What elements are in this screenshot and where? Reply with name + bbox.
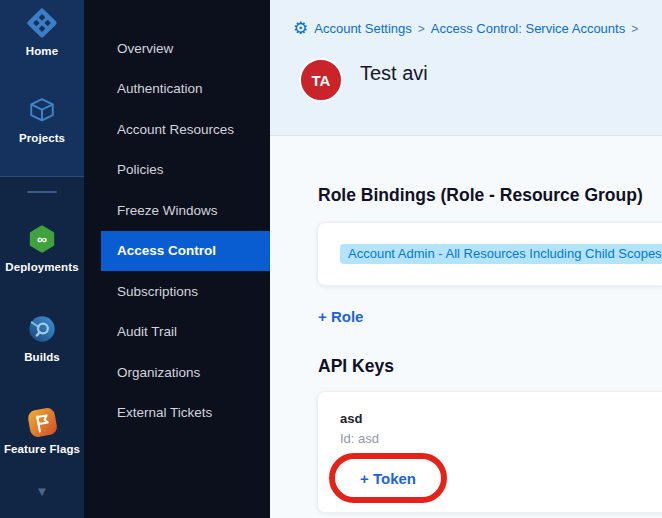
module-projects-label: Projects [0, 132, 84, 144]
sidebar-item-freeze-windows[interactable]: Freeze Windows [84, 190, 270, 231]
module-home-label: Home [0, 45, 84, 57]
sidebar-item-access-control[interactable]: Access Control [101, 231, 270, 272]
sidebar-item-organizations[interactable]: Organizations [84, 352, 270, 393]
add-token-button[interactable]: + Token [360, 470, 416, 487]
role-binding-tags: Account Admin - All Resources Including … [318, 223, 662, 264]
service-account-name: Test avi [360, 62, 428, 85]
module-feature-flags[interactable]: Feature Flags [0, 407, 84, 455]
rail-expand-chevron-down-icon[interactable]: ▼ [0, 484, 84, 499]
settings-sidebar: Overview Authentication Account Resource… [84, 0, 270, 518]
builds-icon [27, 314, 57, 346]
api-key-card: asd Id: asd + Token [317, 391, 662, 513]
main-content: ⚙ Account Settings > Access Control: Ser… [270, 0, 662, 518]
gear-icon: ⚙ [293, 22, 308, 36]
svg-text:∞: ∞ [37, 231, 47, 247]
module-deployments-label: Deployments [0, 261, 84, 273]
home-icon [27, 8, 57, 40]
projects-icon [27, 95, 57, 127]
sidebar-item-external-tickets[interactable]: External Tickets [84, 393, 270, 434]
api-key-id: Id: asd [340, 431, 379, 446]
sidebar-item-audit-trail[interactable]: Audit Trail [84, 312, 270, 353]
module-home[interactable]: Home [0, 8, 84, 57]
sidebar-item-authentication[interactable]: Authentication [84, 69, 270, 110]
module-builds-label: Builds [0, 351, 84, 363]
avatar: TA [299, 58, 343, 102]
api-keys-heading: API Keys [318, 356, 394, 377]
breadcrumb-account-settings[interactable]: Account Settings [314, 21, 412, 36]
chevron-right-separator: > [418, 22, 425, 36]
feature-flags-icon [26, 407, 57, 438]
sidebar-item-account-resources[interactable]: Account Resources [84, 109, 270, 150]
module-deployments[interactable]: ∞ Deployments [0, 224, 84, 273]
api-key-name: asd [340, 411, 362, 426]
module-rail: Home Projects ∞ Deployments [0, 0, 84, 518]
breadcrumb: ⚙ Account Settings > Access Control: Ser… [293, 21, 638, 36]
annotation-circle: + Token [329, 453, 447, 503]
deployments-icon: ∞ [27, 224, 57, 256]
page-header: ⚙ Account Settings > Access Control: Ser… [270, 0, 662, 136]
role-bindings-card: Account Admin - All Resources Including … [317, 222, 662, 286]
sidebar-item-policies[interactable]: Policies [84, 150, 270, 191]
role-bindings-heading: Role Bindings (Role - Resource Group) [318, 185, 643, 206]
sidebar-item-subscriptions[interactable]: Subscriptions [84, 271, 270, 312]
add-role-button[interactable]: + Role [318, 308, 363, 325]
app-window: Home Projects ∞ Deployments [0, 0, 662, 518]
module-builds[interactable]: Builds [0, 314, 84, 363]
role-binding-tag[interactable]: Account Admin - All Resources Including … [340, 244, 662, 264]
breadcrumb-access-control-service-accounts[interactable]: Access Control: Service Accounts [431, 21, 625, 36]
module-projects[interactable]: Projects [0, 95, 84, 144]
module-feature-flags-label: Feature Flags [0, 443, 84, 455]
sidebar-item-overview[interactable]: Overview [84, 28, 270, 69]
chevron-right-separator: > [631, 22, 638, 36]
rail-divider-dash [27, 191, 57, 193]
